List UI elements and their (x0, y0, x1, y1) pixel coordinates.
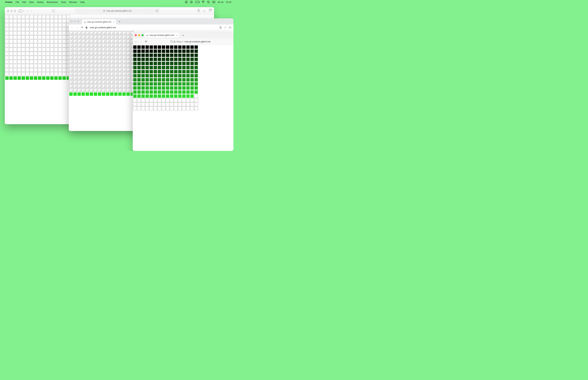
canvas-cell (98, 47, 101, 51)
media-playing-icon[interactable] (190, 1, 193, 3)
canvas-cell (5, 19, 9, 23)
safari-new-tab-button[interactable]: ＋ (203, 9, 206, 13)
menubar-date[interactable]: 26 Jul (218, 1, 224, 3)
canvas-cell (133, 86, 137, 90)
canvas-cell (158, 102, 161, 106)
menubar-time[interactable]: 10:32 (226, 1, 231, 3)
firefox-zoom-button[interactable] (142, 34, 144, 36)
canvas-cell (73, 88, 77, 92)
chrome-url-text[interactable]: max-gl-contexts.glitch.me (90, 26, 116, 29)
safari-forward-button[interactable]: › (31, 9, 32, 13)
canvas-cell (166, 94, 170, 98)
firefox-reload-button[interactable]: ⟳ (145, 40, 147, 43)
canvas-cell (98, 72, 101, 76)
canvas-cell (69, 80, 73, 84)
canvas-cell (13, 72, 17, 76)
firefox-forward-button[interactable]: → (140, 40, 143, 43)
safari-zoom-button[interactable] (14, 10, 16, 12)
chrome-zoom-button[interactable] (77, 20, 79, 22)
canvas-cell (182, 78, 186, 82)
menu-file[interactable]: File (16, 1, 19, 3)
canvas-cell (54, 15, 58, 19)
menubar-app-name[interactable]: Firefox (5, 1, 12, 3)
canvas-cell (77, 68, 81, 72)
lock-icon[interactable] (174, 41, 175, 43)
canvas-cell (102, 31, 106, 35)
canvas-cell (178, 53, 182, 57)
svg-rect-20 (174, 41, 175, 42)
canvas-cell (186, 86, 190, 90)
menu-view[interactable]: View (29, 1, 34, 3)
firefox-active-tab[interactable]: ∞ max-gl-contexts.glitch.me/ × (145, 33, 179, 38)
chrome-new-tab-button[interactable]: ＋ (117, 19, 122, 23)
canvas-cell (94, 92, 97, 96)
menu-window[interactable]: Window (69, 1, 77, 3)
safari-back-button[interactable]: ‹ (27, 9, 28, 13)
menu-history[interactable]: History (37, 1, 44, 3)
firefox-new-tab-button[interactable]: ＋ (180, 33, 186, 37)
canvas-cell (149, 107, 153, 110)
safari-minimize-button[interactable] (11, 10, 13, 12)
chrome-extensions-icon[interactable] (229, 26, 231, 29)
firefox-tab-close-button[interactable]: × (176, 34, 178, 37)
canvas-cell (170, 107, 173, 110)
canvas-cell (54, 52, 58, 56)
grammarly-icon[interactable]: G (185, 1, 188, 3)
chrome-forward-button[interactable]: → (76, 26, 79, 29)
canvas-cell (5, 56, 9, 59)
canvas-cell (141, 70, 145, 74)
chrome-reload-button[interactable]: ⟳ (81, 26, 83, 29)
chrome-tab-close-button[interactable]: × (114, 21, 115, 23)
menu-help[interactable]: Help (80, 1, 85, 3)
canvas-cell (85, 68, 89, 72)
chrome-share-icon[interactable] (219, 26, 222, 29)
canvas-cell (158, 70, 161, 74)
chrome-back-button[interactable]: ← (71, 26, 74, 29)
firefox-url-host: max-gl-contexts.glitch.me (184, 40, 210, 43)
canvas-cell (13, 23, 17, 27)
canvas-cell (62, 43, 66, 47)
firefox-close-button[interactable] (135, 34, 137, 36)
canvas-cell (133, 49, 137, 53)
menu-bookmarks[interactable]: Bookmarks (47, 1, 58, 3)
canvas-cell (102, 92, 106, 96)
canvas-cell (46, 35, 50, 39)
canvas-cell (90, 84, 93, 88)
safari-address-bar[interactable]: max-gl-contexts.glitch.me (75, 8, 160, 13)
battery-status-icon[interactable]: ⚡︎ (195, 1, 199, 3)
canvas-cell (141, 53, 145, 57)
shield-privacy-icon[interactable] (52, 9, 55, 12)
menu-tools[interactable]: Tools (61, 1, 66, 3)
firefox-back-button[interactable]: ← (135, 40, 137, 43)
menu-edit[interactable]: Edit (22, 1, 26, 3)
canvas-cell (21, 19, 25, 23)
tracking-protection-shield-icon[interactable] (171, 40, 173, 43)
canvas-cell (85, 35, 89, 39)
canvas-cell (69, 88, 73, 92)
firefox-minimize-button[interactable] (138, 34, 140, 36)
canvas-cell (69, 92, 73, 96)
chrome-close-button[interactable] (70, 20, 73, 22)
firefox-window[interactable]: ∞ max-gl-contexts.glitch.me/ × ＋ ← → ⟳ h… (133, 32, 233, 151)
control-center-icon[interactable] (212, 1, 215, 3)
canvas-cell (38, 19, 41, 23)
share-icon[interactable] (197, 9, 200, 13)
wifi-icon[interactable] (202, 1, 205, 3)
tab-overview-icon[interactable] (209, 9, 212, 13)
canvas-cell (25, 23, 29, 27)
lock-icon[interactable] (86, 26, 87, 29)
chrome-minimize-button[interactable] (74, 20, 76, 22)
safari-reload-button[interactable] (156, 10, 158, 12)
chrome-bookmark-star-icon[interactable]: ☆ (224, 26, 227, 29)
canvas-cell (77, 88, 81, 92)
firefox-address-bar[interactable]: https://max-gl-contexts.glitch.me (150, 39, 231, 44)
canvas-cell (170, 86, 173, 90)
canvas-cell (194, 82, 198, 86)
canvas-cell (190, 94, 194, 98)
safari-close-button[interactable] (7, 10, 9, 12)
chrome-active-tab[interactable]: ∞ max-gl-contexts.glitch.me × (82, 19, 116, 24)
safari-sidebar-toggle[interactable] (19, 10, 24, 12)
spotlight-search-icon[interactable] (207, 1, 210, 3)
canvas-cell (98, 43, 101, 47)
canvas-cell (94, 68, 97, 72)
